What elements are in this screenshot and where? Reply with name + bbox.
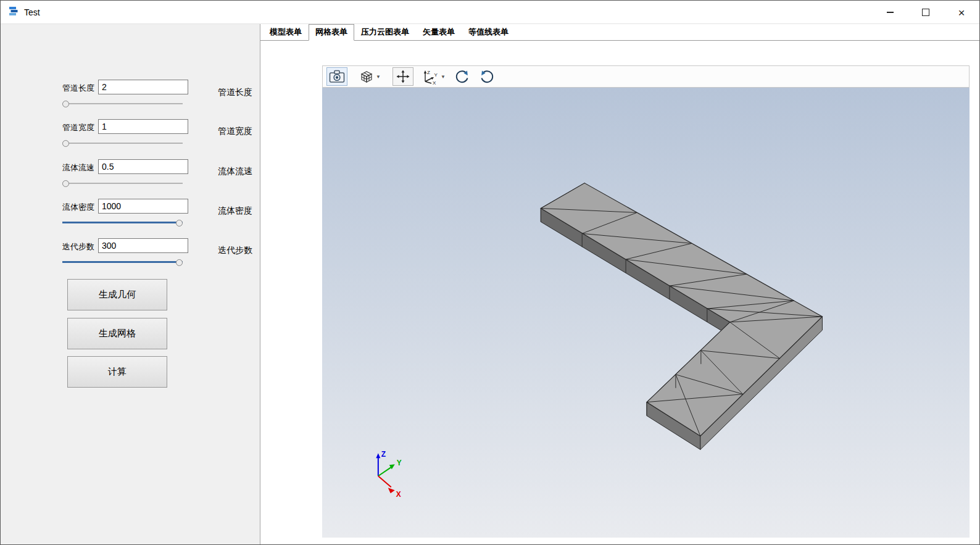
slider-handle[interactable] — [62, 140, 69, 147]
pipe-length-input[interactable] — [98, 80, 188, 94]
rotate-cw-icon — [479, 69, 495, 85]
pan-icon — [396, 70, 410, 83]
tab-isoline-form[interactable]: 等值线表单 — [462, 24, 515, 41]
slider-handle[interactable] — [62, 101, 69, 107]
pipe-width-label: 管道宽度 — [62, 122, 94, 133]
iteration-steps-input[interactable] — [98, 238, 188, 253]
3d-canvas[interactable]: Z Y X — [322, 88, 970, 538]
dropdown-icon[interactable]: ▼ — [441, 74, 446, 80]
pipe-width-input[interactable] — [98, 119, 188, 134]
svg-text:Y: Y — [434, 72, 438, 78]
mirror-label-flow-velocity: 流体流速 — [218, 166, 252, 177]
slider-track[interactable] — [62, 103, 183, 104]
view-cube-icon — [359, 69, 374, 84]
fluid-density-label: 流体密度 — [62, 202, 94, 213]
axis-x-label: X — [396, 490, 401, 499]
iteration-steps-label: 迭代步数 — [62, 241, 94, 252]
tab-mesh-form[interactable]: 网格表单 — [309, 24, 354, 41]
slider-track[interactable] — [62, 261, 183, 263]
pipe-length-label: 管道长度 — [62, 83, 94, 94]
content-area: 模型表单 网格表单 压力云图表单 矢量表单 等值线表单 — [260, 24, 979, 544]
iteration-steps-slider[interactable] — [62, 259, 183, 266]
slider-handle[interactable] — [62, 180, 69, 187]
generate-mesh-button[interactable]: 生成网格 — [67, 318, 167, 349]
axis-y-label: Y — [397, 459, 402, 467]
viewport-3d[interactable]: Z Y X — [322, 88, 970, 538]
slider-track[interactable] — [62, 222, 183, 223]
pipe-mesh-top — [541, 183, 822, 436]
pipe-length-slider[interactable] — [62, 100, 183, 107]
fluid-density-input[interactable] — [98, 199, 188, 214]
titlebar: Test × — [1, 1, 979, 24]
flow-velocity-input[interactable] — [98, 159, 188, 174]
rotate-ccw-icon — [454, 69, 470, 85]
flow-velocity-slider[interactable] — [62, 180, 183, 187]
tab-model-form[interactable]: 模型表单 — [263, 24, 309, 41]
svg-text:X: X — [433, 80, 436, 85]
app-icon — [8, 6, 19, 19]
axis-triad: Z Y X — [376, 450, 401, 499]
mirror-label-iteration-steps: 迭代步数 — [218, 245, 252, 256]
mirror-label-pipe-width: 管道宽度 — [218, 126, 252, 137]
tab-pressure-contour-form[interactable]: 压力云图表单 — [354, 24, 416, 41]
minimize-icon — [887, 12, 894, 13]
maximize-button[interactable] — [908, 1, 944, 24]
close-button[interactable]: × — [944, 1, 979, 24]
tab-vector-form[interactable]: 矢量表单 — [416, 24, 462, 41]
rotate-ccw-button[interactable] — [452, 67, 472, 86]
pan-button[interactable] — [392, 67, 413, 86]
axis-orientation-button[interactable]: Z Y X ▼ — [418, 67, 447, 86]
slider-track[interactable] — [62, 143, 183, 144]
mirror-label-fluid-density: 流体密度 — [218, 206, 252, 217]
window-title: Test — [24, 7, 40, 17]
svg-text:Z: Z — [427, 70, 430, 75]
viewport-toolbar: ▼ — [322, 65, 970, 88]
slider-track[interactable] — [62, 183, 183, 184]
close-icon: × — [958, 7, 965, 19]
pipe-width-slider[interactable] — [62, 139, 183, 147]
axis-orientation-icon: Z Y X — [420, 69, 439, 85]
view-cube-button[interactable]: ▼ — [357, 67, 383, 86]
generate-geometry-button[interactable]: 生成几何 — [67, 279, 167, 310]
axis-z-label: Z — [381, 450, 386, 459]
slider-handle[interactable] — [176, 220, 183, 227]
mirror-label-pipe-length: 管道长度 — [218, 87, 252, 98]
slider-handle[interactable] — [176, 259, 183, 266]
screenshot-button[interactable] — [326, 67, 347, 86]
fluid-density-slider[interactable] — [62, 219, 183, 227]
calculate-button[interactable]: 计算 — [67, 356, 167, 388]
tabbar: 模型表单 网格表单 压力云图表单 矢量表单 等值线表单 — [260, 27, 979, 41]
camera-icon — [329, 70, 345, 83]
app-window: Test × 管道长度 管道宽度 流体流速 — [0, 0, 980, 545]
maximize-icon — [922, 9, 929, 16]
dropdown-icon[interactable]: ▼ — [376, 74, 381, 80]
minimize-button[interactable] — [872, 1, 908, 24]
rotate-cw-button[interactable] — [477, 67, 497, 86]
flow-velocity-label: 流体流速 — [62, 162, 94, 173]
parameter-panel: 管道长度 管道宽度 流体流速 流体密度 — [1, 24, 260, 544]
